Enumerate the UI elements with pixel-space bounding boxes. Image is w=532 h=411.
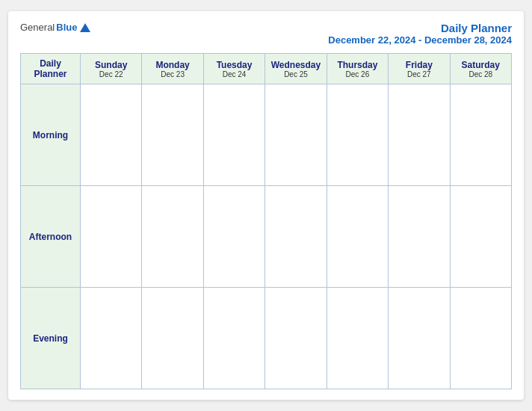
col-day-date-4: Dec 25	[267, 70, 324, 78]
evening-label: Evening	[21, 288, 81, 389]
morning-sat[interactable]	[450, 84, 511, 186]
afternoon-thu[interactable]	[327, 186, 388, 288]
col-header-sat: Saturday Dec 28	[450, 54, 511, 84]
evening-row: Evening	[21, 288, 512, 389]
morning-thu[interactable]	[327, 84, 388, 186]
calendar-table: Daily Planner Sunday Dec 22 Monday Dec 2…	[20, 53, 512, 389]
afternoon-fri[interactable]	[389, 186, 450, 288]
header-right: Daily Planner December 22, 2024 - Decemb…	[328, 22, 512, 46]
col-day-date-3: Dec 24	[205, 70, 263, 78]
morning-fri[interactable]	[389, 84, 450, 186]
header-row: Daily Planner Sunday Dec 22 Monday Dec 2…	[21, 54, 512, 84]
col-day-name-0: Daily	[22, 58, 78, 69]
afternoon-wed[interactable]	[265, 186, 327, 288]
col-header-daily-planner: Daily Planner	[21, 54, 81, 84]
col-day-name-6: Friday	[390, 60, 448, 70]
col-day-name-0b: Planner	[22, 69, 78, 79]
afternoon-sat[interactable]	[450, 186, 511, 288]
logo: General Blue	[20, 22, 90, 33]
evening-fri[interactable]	[389, 288, 450, 389]
col-day-date-5: Dec 26	[329, 70, 386, 78]
col-header-tue: Tuesday Dec 24	[203, 54, 265, 84]
morning-mon[interactable]	[142, 84, 203, 186]
evening-thu[interactable]	[327, 288, 388, 389]
col-day-name-7: Saturday	[452, 60, 510, 70]
afternoon-row: Afternoon	[21, 186, 512, 288]
col-header-mon: Monday Dec 23	[142, 54, 203, 84]
evening-wed[interactable]	[265, 288, 327, 389]
morning-tue[interactable]	[203, 84, 265, 186]
col-header-thu: Thursday Dec 26	[327, 54, 388, 84]
morning-row: Morning	[21, 84, 512, 186]
morning-wed[interactable]	[265, 84, 327, 186]
col-day-name-4: Wednesday	[267, 60, 324, 70]
col-day-date-1: Dec 22	[82, 70, 140, 78]
col-header-fri: Friday Dec 27	[389, 54, 450, 84]
col-day-date-6: Dec 27	[390, 70, 448, 78]
col-header-wed: Wednesday Dec 25	[265, 54, 327, 84]
logo-blue-text: Blue	[56, 22, 77, 33]
afternoon-sun[interactable]	[81, 186, 142, 288]
morning-label: Morning	[21, 84, 81, 186]
planner-title: Daily Planner	[328, 22, 512, 34]
logo-general-text: General	[20, 22, 55, 33]
planner-page: General Blue Daily Planner December 22, …	[8, 11, 524, 400]
logo-area: General Blue	[20, 22, 90, 33]
evening-sun[interactable]	[81, 288, 142, 389]
afternoon-mon[interactable]	[142, 186, 203, 288]
col-header-sun: Sunday Dec 22	[81, 54, 142, 84]
planner-dates: December 22, 2024 - December 28, 2024	[328, 34, 512, 46]
col-day-name-1: Sunday	[82, 60, 140, 70]
evening-tue[interactable]	[203, 288, 265, 389]
col-day-name-5: Thursday	[329, 60, 386, 70]
header: General Blue Daily Planner December 22, …	[20, 22, 512, 46]
col-day-name-2: Monday	[143, 60, 201, 70]
evening-mon[interactable]	[142, 288, 203, 389]
col-day-name-3: Tuesday	[205, 60, 263, 70]
evening-sat[interactable]	[450, 288, 511, 389]
col-day-date-2: Dec 23	[143, 70, 201, 78]
afternoon-label: Afternoon	[21, 186, 81, 288]
col-day-date-7: Dec 28	[452, 70, 510, 78]
morning-sun[interactable]	[81, 84, 142, 186]
logo-triangle-icon	[80, 23, 90, 32]
afternoon-tue[interactable]	[203, 186, 265, 288]
